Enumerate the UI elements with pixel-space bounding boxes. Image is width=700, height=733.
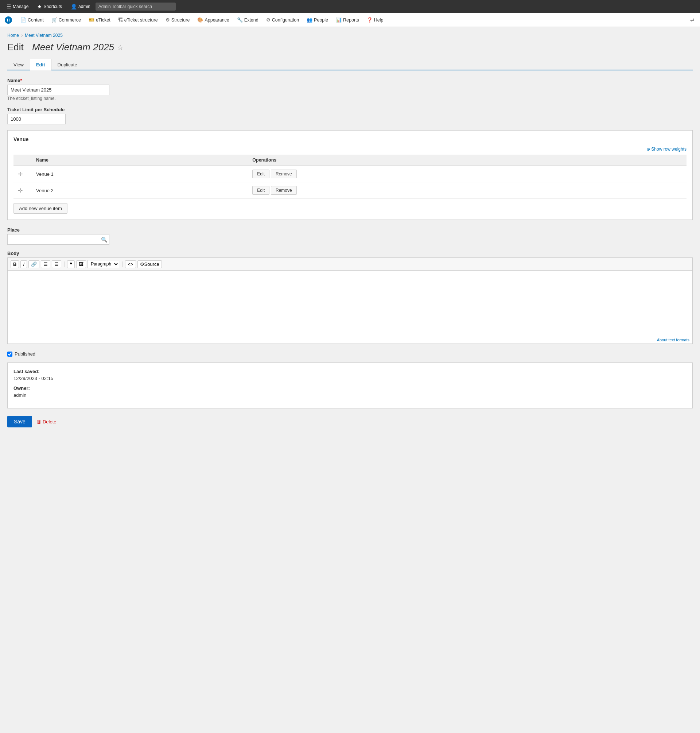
manage-menu[interactable]: ☰ Manage xyxy=(3,2,32,11)
ticket-limit-field-group: Ticket Limit per Schedule xyxy=(7,107,693,124)
last-saved-label: Last saved: xyxy=(13,369,687,374)
configuration-icon: ⚙ xyxy=(266,17,271,23)
breadcrumb-home[interactable]: Home xyxy=(7,33,19,38)
venue-1-remove-button[interactable]: Remove xyxy=(271,169,297,178)
tab-edit[interactable]: Edit xyxy=(30,59,51,71)
delete-button[interactable]: 🗑 Delete xyxy=(37,419,56,424)
nav-item-people[interactable]: 👥 People xyxy=(303,13,332,27)
nav-item-reports[interactable]: 📊 Reports xyxy=(332,13,363,27)
nav-item-appearance[interactable]: 🎨 Appearance xyxy=(194,13,233,27)
table-row: ✛ Venue 2 Edit Remove xyxy=(13,183,687,199)
venue-2-remove-button[interactable]: Remove xyxy=(271,186,297,195)
editor-toolbar: B I 🔗 ☰ ☰ | ❝ 🖼 Paragraph | <> ⚙ Source xyxy=(8,258,692,271)
eticket-icon: 🎫 xyxy=(88,17,94,23)
unordered-list-button[interactable]: ☰ xyxy=(41,261,50,268)
admin-toolbar: ☰ Manage ★ Shortcuts 👤 admin xyxy=(0,0,700,13)
source-icon: ⚙ xyxy=(140,262,144,267)
extend-icon: 🔧 xyxy=(237,17,243,23)
body-editor-area[interactable] xyxy=(8,271,692,336)
venue-1-edit-button[interactable]: Edit xyxy=(252,169,269,178)
venue-section: Venue ⊕ Show row weights Name Operations… xyxy=(7,130,693,220)
appearance-icon: 🎨 xyxy=(197,17,203,23)
drag-handle-icon[interactable]: ✛ xyxy=(18,187,23,194)
name-input[interactable] xyxy=(7,85,109,95)
add-venue-item-button[interactable]: Add new venue item xyxy=(13,203,68,214)
nav-expand[interactable]: ⇄ xyxy=(687,17,697,23)
nav-item-eticket[interactable]: 🎫 eTicket xyxy=(85,13,115,27)
nav-item-structure[interactable]: ⚙ Structure xyxy=(162,13,194,27)
shortcuts-menu[interactable]: ★ Shortcuts xyxy=(34,2,66,11)
nav-item-help[interactable]: ❓ Help xyxy=(363,13,388,27)
place-field-group: Place 🔍 xyxy=(7,227,693,245)
help-icon: ❓ xyxy=(367,17,373,23)
favorite-star-icon[interactable]: ☆ xyxy=(117,43,124,52)
ticket-limit-label: Ticket Limit per Schedule xyxy=(7,107,693,112)
owner-label: Owner: xyxy=(13,386,687,391)
commerce-icon: 🛒 xyxy=(51,17,57,23)
image-button[interactable]: 🖼 xyxy=(76,261,86,268)
tabs: View Edit Duplicate xyxy=(7,59,693,71)
venue-section-title: Venue xyxy=(13,136,687,142)
source-button[interactable]: ⚙ Source xyxy=(137,261,162,268)
breadcrumb-parent[interactable]: Meet Vietnam 2025 xyxy=(25,33,63,38)
star-icon: ★ xyxy=(37,4,42,9)
body-field-group: Body B I 🔗 ☰ ☰ | ❝ 🖼 Paragraph | <> ⚙ So… xyxy=(7,250,693,344)
venue-2-name: Venue 2 xyxy=(32,183,248,199)
paragraph-select[interactable]: Paragraph xyxy=(87,260,119,268)
page-title: Edit Meet Vietnam 2025 ☆ xyxy=(7,41,693,53)
tab-view[interactable]: View xyxy=(7,59,30,71)
published-label[interactable]: Published xyxy=(15,351,35,357)
user-icon: 👤 xyxy=(71,4,77,9)
venue-table-ops-col: Operations xyxy=(248,155,687,166)
nav-item-extend[interactable]: 🔧 Extend xyxy=(233,13,263,27)
last-saved-value: 12/29/2023 - 02:15 xyxy=(13,375,687,381)
venue-table: Name Operations ✛ Venue 1 Edit Remove xyxy=(13,155,687,199)
published-checkbox[interactable] xyxy=(7,352,12,357)
main-nav: 📄 Content 🛒 Commerce 🎫 eTicket 🏗 eTicket… xyxy=(0,13,700,27)
tab-duplicate[interactable]: Duplicate xyxy=(51,59,84,71)
code-button[interactable]: <> xyxy=(125,261,135,268)
breadcrumb: Home › Meet Vietnam 2025 xyxy=(7,33,693,38)
nav-item-content[interactable]: 📄 Content xyxy=(17,13,48,27)
name-hint: The eticket_listing name. xyxy=(7,96,693,101)
place-input-wrap: 🔍 xyxy=(7,234,109,245)
body-label: Body xyxy=(7,250,693,256)
venue-1-name: Venue 1 xyxy=(32,166,248,183)
toolbar-divider: | xyxy=(63,261,65,267)
people-icon: 👥 xyxy=(307,17,312,23)
place-input[interactable] xyxy=(7,234,109,245)
owner-value: admin xyxy=(13,392,687,398)
ticket-limit-input[interactable] xyxy=(7,114,66,124)
table-row: ✛ Venue 1 Edit Remove xyxy=(13,166,687,183)
venue-table-drag-col xyxy=(13,155,32,166)
ordered-list-button[interactable]: ☰ xyxy=(52,261,61,268)
name-field-group: Name* The eticket_listing name. xyxy=(7,78,693,101)
bold-button[interactable]: B xyxy=(10,261,19,268)
admin-user-menu[interactable]: 👤 admin xyxy=(67,2,94,11)
info-box: Last saved: 12/29/2023 - 02:15 Owner: ad… xyxy=(7,362,693,408)
save-button[interactable]: Save xyxy=(7,416,32,427)
trash-icon: 🗑 xyxy=(37,419,41,424)
drag-handle-icon[interactable]: ✛ xyxy=(18,171,23,177)
place-label: Place xyxy=(7,227,693,233)
published-row: Published xyxy=(7,351,693,357)
manage-icon: ☰ xyxy=(7,4,11,9)
show-row-weights-button[interactable]: ⊕ Show row weights xyxy=(13,147,687,152)
blockquote-button[interactable]: ❝ xyxy=(67,261,75,268)
body-editor: B I 🔗 ☰ ☰ | ❝ 🖼 Paragraph | <> ⚙ Source xyxy=(7,258,693,344)
action-buttons: Save 🗑 Delete xyxy=(7,416,693,427)
eticket-structure-icon: 🏗 xyxy=(118,17,123,23)
about-text-formats-link[interactable]: About text formats xyxy=(8,336,692,343)
site-logo[interactable] xyxy=(3,15,14,25)
content-icon: 📄 xyxy=(21,17,26,23)
venue-2-edit-button[interactable]: Edit xyxy=(252,186,269,195)
nav-item-configuration[interactable]: ⚙ Configuration xyxy=(263,13,303,27)
nav-item-eticket-structure[interactable]: 🏗 eTicket structure xyxy=(115,13,162,27)
nav-item-commerce[interactable]: 🛒 Commerce xyxy=(48,13,85,27)
page-content: Home › Meet Vietnam 2025 Edit Meet Vietn… xyxy=(0,27,700,733)
italic-button[interactable]: I xyxy=(21,261,27,268)
breadcrumb-separator: › xyxy=(21,33,23,38)
toolbar-divider-2: | xyxy=(121,261,123,267)
admin-search-input[interactable] xyxy=(96,3,176,10)
link-button[interactable]: 🔗 xyxy=(28,261,40,268)
